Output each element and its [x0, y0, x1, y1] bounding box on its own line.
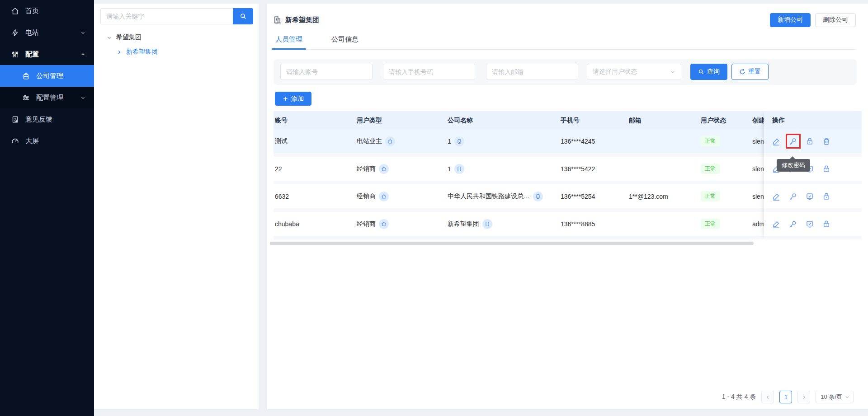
company-detail-badge-icon[interactable]	[533, 192, 543, 201]
lock-icon[interactable]	[806, 137, 814, 145]
sidebar-item-home[interactable]: 首页	[0, 0, 94, 22]
company-detail-badge-icon[interactable]	[454, 164, 464, 174]
cell-phone: 136****4245	[561, 129, 595, 153]
reset-password-key-icon[interactable]	[789, 192, 797, 201]
cell-account: 测试	[275, 129, 288, 153]
chevron-up-icon	[79, 52, 87, 57]
next-page-button[interactable]	[797, 391, 810, 403]
user-status-select[interactable]: 请选择用户状态	[587, 64, 681, 80]
sidebar-item-label: 配置管理	[36, 93, 73, 102]
user-type-badge-icon[interactable]	[385, 136, 395, 146]
page-size-select[interactable]: 10 条/页	[816, 391, 854, 403]
tree-node-root[interactable]: 希望集团	[107, 33, 142, 42]
cell-status: 正常	[701, 157, 720, 181]
caret-right-icon[interactable]	[117, 50, 122, 55]
user-type-badge-icon[interactable]	[379, 219, 389, 229]
cell-user-type: 经销商	[357, 212, 389, 236]
col-actions: 操作	[764, 111, 862, 129]
tree-node-child[interactable]: 新希望集团	[117, 48, 158, 56]
col-status: 用户状态	[701, 111, 726, 129]
status-badge: 正常	[701, 191, 720, 201]
cell-account: 22	[275, 157, 282, 181]
authorize-shield-icon[interactable]	[806, 220, 814, 228]
cell-company: 1	[448, 129, 464, 153]
account-filter-input[interactable]	[280, 64, 373, 80]
search-icon	[240, 13, 247, 20]
sidebar-item-config[interactable]: 配置	[0, 43, 94, 65]
cell-phone: 136****5254	[561, 184, 595, 208]
search-icon	[698, 69, 704, 75]
chevron-left-icon	[765, 395, 770, 400]
bolt-icon	[11, 29, 19, 37]
tree-node-label: 希望集团	[116, 33, 142, 42]
title-row: 新希望集团 新增公司 删除公司	[274, 13, 856, 27]
tree-search-input[interactable]	[100, 8, 233, 24]
cell-user-type: 经销商	[357, 157, 389, 181]
select-placeholder: 请选择用户状态	[593, 68, 637, 76]
edit-icon[interactable]	[772, 220, 780, 228]
lock-icon[interactable]	[822, 220, 830, 228]
cell-company: 1	[448, 157, 464, 181]
tree-search-button[interactable]	[233, 8, 253, 24]
sidebar-item-company-management[interactable]: 公司管理	[0, 65, 94, 87]
row-actions	[764, 129, 862, 157]
delete-trash-icon[interactable]	[822, 137, 830, 145]
delete-company-button[interactable]: 删除公司	[815, 13, 856, 27]
query-button[interactable]: 查询	[690, 64, 727, 80]
dashboard-gauge-icon	[11, 137, 19, 145]
sidebar-item-label: 电站	[25, 28, 73, 37]
edit-icon[interactable]	[772, 192, 780, 201]
col-email: 邮箱	[629, 111, 642, 129]
caret-down-icon[interactable]	[107, 35, 112, 40]
cell-phone: 136****5422	[561, 157, 595, 181]
lock-icon[interactable]	[822, 192, 830, 201]
edit-icon[interactable]	[772, 137, 780, 145]
highlight-red-box	[786, 134, 801, 149]
pagination: 1 - 4 共 4 条 1 10 条/页	[722, 390, 854, 404]
user-type-badge-icon[interactable]	[379, 192, 389, 201]
settings-sliders-icon	[22, 94, 30, 102]
col-company: 公司名称	[448, 111, 473, 129]
home-icon	[11, 7, 19, 15]
sidebar-item-station[interactable]: 电站	[0, 22, 94, 43]
cell-status: 正常	[701, 212, 720, 236]
pagination-total: 1 - 4 共 4 条	[722, 393, 756, 401]
sidebar-item-label: 大屏	[25, 137, 87, 145]
tab-company-info[interactable]: 公司信息	[330, 33, 360, 49]
refresh-icon	[739, 69, 745, 75]
email-filter-input[interactable]	[486, 64, 578, 80]
sidebar-item-config-management[interactable]: 配置管理	[0, 87, 94, 108]
reset-password-key-icon[interactable]	[789, 220, 797, 228]
sidebar-item-bigscreen[interactable]: 大屏	[0, 130, 94, 152]
lock-icon[interactable]	[822, 165, 830, 173]
chevron-right-icon	[802, 395, 807, 400]
row-actions	[764, 212, 862, 239]
phone-filter-input[interactable]	[383, 64, 475, 80]
row-actions	[764, 184, 862, 212]
feedback-doc-icon	[11, 116, 19, 123]
tab-personnel[interactable]: 人员管理	[274, 33, 304, 49]
sidebar-item-label: 意见反馈	[25, 115, 87, 124]
add-company-button[interactable]: 新增公司	[770, 13, 811, 27]
cell-company: 新希望集团	[448, 212, 492, 236]
chevron-down-icon	[670, 69, 675, 75]
cell-user-type: 经销商	[357, 184, 389, 208]
current-page-button[interactable]: 1	[779, 391, 792, 403]
chevron-down-icon	[79, 95, 87, 100]
tabs: 人员管理 公司信息	[274, 33, 856, 50]
sidebar-item-feedback[interactable]: 意见反馈	[0, 108, 94, 130]
horizontal-scrollbar-thumb[interactable]	[270, 242, 754, 245]
user-type-badge-icon[interactable]	[379, 164, 389, 174]
reset-button[interactable]: 重置	[731, 64, 769, 80]
cell-account: 6632	[275, 184, 289, 208]
sidebar: 首页 电站 配置 公司管理 配置管理 意见反馈 大屏	[0, 0, 94, 416]
chevron-down-icon	[845, 395, 849, 399]
prev-page-button[interactable]	[761, 391, 774, 403]
authorize-shield-icon[interactable]	[806, 192, 814, 201]
cell-phone: 136****8885	[561, 212, 595, 236]
company-detail-badge-icon[interactable]	[454, 136, 464, 146]
col-phone: 手机号	[561, 111, 580, 129]
add-user-button[interactable]: 添加	[275, 92, 311, 106]
company-detail-badge-icon[interactable]	[482, 219, 492, 229]
status-badge: 正常	[701, 136, 720, 146]
